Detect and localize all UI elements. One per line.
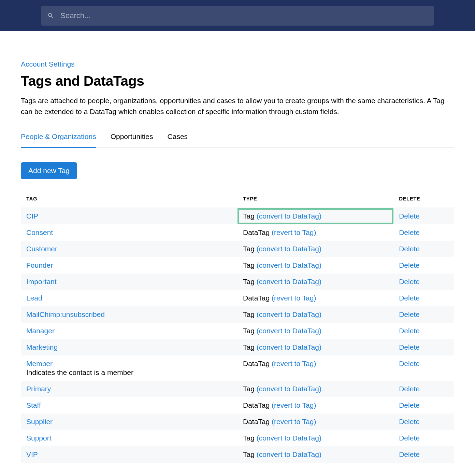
delete-link[interactable]: Delete [399, 450, 420, 458]
convert-to-datatag-link[interactable]: (convert to DataTag) [257, 434, 321, 442]
col-header-tag: TAG [21, 192, 238, 208]
search-container[interactable] [41, 6, 434, 26]
type-label: DataTag [243, 294, 272, 302]
type-label: Tag [243, 278, 257, 285]
table-row: PrimaryTag (convert to DataTag)Delete [21, 381, 454, 397]
delete-link[interactable]: Delete [399, 294, 420, 302]
type-label: Tag [243, 245, 257, 253]
delete-link[interactable]: Delete [399, 310, 420, 318]
tab-people-organizations[interactable]: People & Organizations [21, 132, 96, 148]
convert-to-datatag-link[interactable]: (convert to DataTag) [257, 245, 321, 253]
revert-to-tag-link[interactable]: (revert to Tag) [272, 294, 316, 302]
page-description: Tags are attached to people, organizatio… [21, 95, 454, 117]
delete-link[interactable]: Delete [399, 418, 420, 425]
type-label: Tag [243, 327, 257, 335]
delete-link[interactable]: Delete [399, 434, 420, 442]
table-row: ManagerTag (convert to DataTag)Delete [21, 323, 454, 339]
convert-to-datatag-link[interactable]: (convert to DataTag) [257, 385, 321, 393]
convert-to-datatag-link[interactable]: (convert to DataTag) [257, 450, 321, 458]
content: Account Settings Tags and DataTags Tags … [17, 60, 458, 476]
search-icon [47, 12, 54, 19]
convert-to-datatag-link[interactable]: (convert to DataTag) [257, 278, 321, 285]
table-row: StaffDataTag (revert to Tag)Delete [21, 397, 454, 414]
table-row: VIPTag (convert to DataTag)Delete [21, 446, 454, 463]
delete-link[interactable]: Delete [399, 212, 420, 220]
tab-cases[interactable]: Cases [168, 132, 188, 148]
search-input[interactable] [60, 11, 428, 20]
type-label: Tag [243, 450, 257, 458]
col-header-delete: DELETE [393, 192, 454, 208]
revert-to-tag-link[interactable]: (revert to Tag) [272, 360, 316, 367]
convert-to-datatag-link[interactable]: (convert to DataTag) [257, 327, 321, 335]
delete-link[interactable]: Delete [399, 401, 420, 409]
convert-to-datatag-link[interactable]: (convert to DataTag) [257, 343, 321, 351]
delete-link[interactable]: Delete [399, 327, 420, 335]
table-row: MailChimp:unsubscribedTag (convert to Da… [21, 306, 454, 323]
type-label: Tag [243, 434, 257, 442]
type-label: Tag [243, 212, 257, 220]
tag-link[interactable]: CIP [26, 212, 38, 220]
revert-to-tag-link[interactable]: (revert to Tag) [272, 401, 316, 409]
type-label: Tag [243, 343, 257, 351]
delete-link[interactable]: Delete [399, 360, 420, 367]
tag-description: Indicates the contact is a member [26, 368, 232, 377]
tags-table: TAG TYPE DELETE CIPTag (convert to DataT… [21, 192, 454, 463]
revert-to-tag-link[interactable]: (revert to Tag) [272, 418, 316, 425]
table-row: MemberIndicates the contact is a memberD… [21, 355, 454, 381]
table-row: ConsentDataTag (revert to Tag)Delete [21, 224, 454, 241]
type-label: Tag [243, 310, 257, 318]
tag-link[interactable]: Consent [26, 228, 53, 236]
convert-to-datatag-link[interactable]: (convert to DataTag) [257, 261, 321, 269]
type-label: Tag [243, 261, 257, 269]
tag-link[interactable]: Primary [26, 385, 51, 393]
type-label: DataTag [243, 360, 272, 367]
delete-link[interactable]: Delete [399, 343, 420, 351]
breadcrumb-link[interactable]: Account Settings [21, 60, 75, 68]
page-title: Tags and DataTags [21, 73, 454, 89]
convert-to-datatag-link[interactable]: (convert to DataTag) [257, 212, 321, 220]
top-bar [0, 0, 475, 31]
delete-link[interactable]: Delete [399, 245, 420, 253]
col-header-type: TYPE [238, 192, 393, 208]
delete-link[interactable]: Delete [399, 278, 420, 285]
type-label: DataTag [243, 401, 272, 409]
tag-link[interactable]: VIP [26, 450, 38, 458]
table-row: FounderTag (convert to DataTag)Delete [21, 257, 454, 274]
tag-link[interactable]: Manager [26, 327, 55, 335]
tag-link[interactable]: Customer [26, 245, 57, 253]
table-row: CIPTag (convert to DataTag)Delete [21, 208, 454, 225]
table-row: SupportTag (convert to DataTag)Delete [21, 430, 454, 446]
tag-link[interactable]: Staff [26, 401, 41, 409]
table-row: SupplierDataTag (revert to Tag)Delete [21, 414, 454, 430]
tag-link[interactable]: Support [26, 434, 52, 442]
table-row: CustomerTag (convert to DataTag)Delete [21, 241, 454, 257]
table-row: ImportantTag (convert to DataTag)Delete [21, 274, 454, 290]
convert-to-datatag-link[interactable]: (convert to DataTag) [257, 310, 321, 318]
tabs: People & OrganizationsOpportunitiesCases [21, 132, 454, 148]
tag-link[interactable]: Member [26, 360, 53, 367]
tag-link[interactable]: Lead [26, 294, 42, 302]
tag-link[interactable]: MailChimp:unsubscribed [26, 310, 105, 318]
delete-link[interactable]: Delete [399, 228, 420, 236]
tag-link[interactable]: Founder [26, 261, 53, 269]
tab-opportunities[interactable]: Opportunities [111, 132, 153, 148]
type-label: DataTag [243, 228, 272, 236]
tag-link[interactable]: Marketing [26, 343, 58, 351]
breadcrumb: Account Settings [21, 60, 454, 68]
delete-link[interactable]: Delete [399, 385, 420, 393]
add-tag-button[interactable]: Add new Tag [21, 162, 77, 179]
delete-link[interactable]: Delete [399, 261, 420, 269]
tag-link[interactable]: Important [26, 278, 57, 285]
table-row: LeadDataTag (revert to Tag)Delete [21, 290, 454, 306]
revert-to-tag-link[interactable]: (revert to Tag) [272, 228, 316, 236]
type-label: Tag [243, 385, 257, 393]
table-row: MarketingTag (convert to DataTag)Delete [21, 339, 454, 355]
type-label: DataTag [243, 418, 272, 425]
tag-link[interactable]: Supplier [26, 418, 53, 425]
